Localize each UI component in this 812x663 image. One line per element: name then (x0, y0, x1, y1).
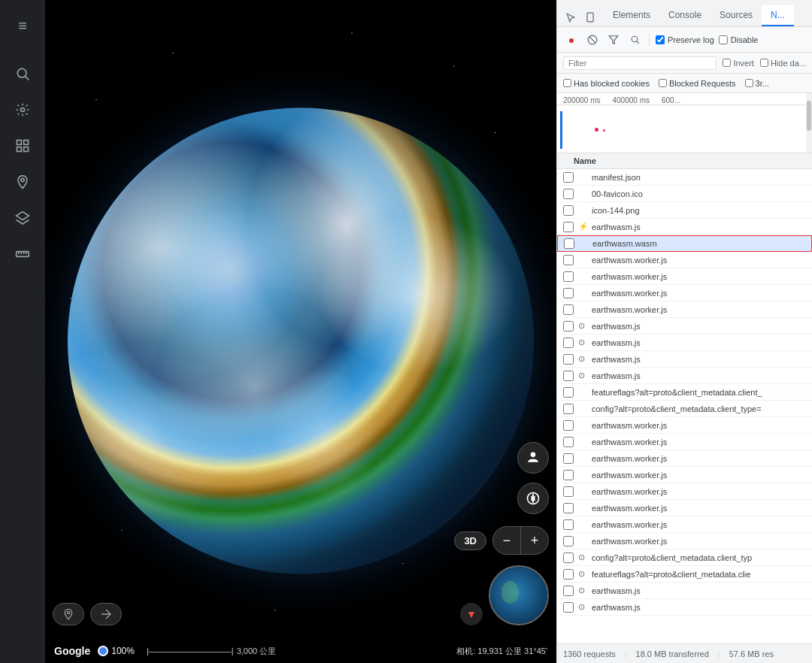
google-logo: Google (54, 645, 90, 657)
row-checkbox[interactable] (563, 222, 574, 232)
layers-icon[interactable] (8, 203, 38, 233)
row-checkbox[interactable] (563, 420, 574, 431)
disable-cache-checkbox[interactable] (719, 35, 728, 44)
zoom-in-button[interactable]: + (521, 527, 548, 554)
preserve-log-checkbox[interactable] (656, 35, 665, 44)
hide-data-checkbox[interactable] (760, 59, 768, 67)
row-file-name: featureflags?alt=proto&client_metadata.c… (592, 388, 806, 397)
network-row[interactable]: manifest.json (557, 169, 812, 186)
cursor-tool-icon[interactable] (562, 8, 580, 26)
network-row[interactable]: earthwasm.worker.js (557, 268, 812, 285)
row-checkbox[interactable] (563, 503, 574, 513)
network-row[interactable]: ⊙earthwasm.js (557, 368, 812, 384)
row-checkbox[interactable] (563, 271, 574, 282)
network-row[interactable]: earthwasm.worker.js (557, 285, 812, 301)
network-row[interactable]: ⚡earthwasm.js (557, 219, 812, 235)
compass-button[interactable] (517, 483, 549, 514)
row-checkbox[interactable] (563, 338, 574, 348)
network-row[interactable]: earthwasm.worker.js (557, 500, 812, 516)
network-row[interactable]: ⊙featureflags?alt=proto&client_metadata.… (557, 566, 812, 583)
devtools-tabs: Elements Console Sources N... (557, 0, 812, 27)
network-row[interactable]: earthwasm.worker.js (557, 417, 812, 434)
stop-button[interactable] (584, 32, 601, 48)
network-row[interactable]: earthwasm.worker.js (557, 516, 812, 533)
filter-input[interactable] (563, 56, 717, 70)
circle-icon: ⊙ (578, 586, 589, 596)
search-icon[interactable] (8, 59, 38, 89)
network-row[interactable]: earthwasm.worker.js (557, 467, 812, 483)
row-checkbox[interactable] (563, 437, 574, 447)
minimap[interactable] (489, 565, 549, 625)
row-checkbox[interactable] (563, 288, 574, 298)
location-pin-icon[interactable] (8, 167, 38, 197)
row-checkbox[interactable] (563, 536, 574, 546)
tab-console[interactable]: Console (659, 5, 710, 26)
network-row[interactable]: featureflags?alt=proto&client_metadata.c… (557, 384, 812, 401)
invert-checkbox[interactable] (723, 59, 731, 67)
tab-network[interactable]: N... (762, 5, 794, 26)
row-checkbox[interactable] (563, 321, 574, 332)
preserve-log-checkbox-label[interactable]: Preserve log (656, 35, 714, 44)
network-row[interactable]: earthwasm.worker.js (557, 301, 812, 318)
map-area[interactable]: 3D − + ▼ Google 100% |——— (45, 0, 556, 663)
row-checkbox[interactable] (563, 552, 574, 563)
blocked-requests-checkbox[interactable] (659, 79, 667, 87)
location-button[interactable] (53, 603, 84, 625)
ruler-icon[interactable] (8, 239, 38, 269)
disable-cache-label[interactable]: Disable (719, 35, 759, 44)
row-checkbox[interactable] (563, 304, 574, 315)
row-checkbox[interactable] (563, 453, 574, 464)
tab-sources[interactable]: Sources (710, 5, 762, 26)
nav-arrow[interactable]: ▼ (460, 603, 483, 625)
svg-point-0 (17, 68, 26, 77)
route-button[interactable] (90, 603, 122, 625)
row-checkbox[interactable] (563, 404, 574, 414)
blocked-requests-item: Blocked Requests (659, 79, 736, 88)
row-checkbox[interactable] (563, 586, 574, 596)
row-checkbox[interactable] (563, 387, 574, 398)
row-checkbox[interactable] (563, 371, 574, 381)
row-checkbox[interactable] (563, 486, 574, 497)
menu-icon[interactable]: ≡ (8, 11, 38, 41)
row-checkbox[interactable] (563, 205, 574, 216)
device-tool-icon[interactable] (581, 8, 599, 26)
network-row[interactable]: ⊙earthwasm.js (557, 599, 812, 616)
zoom-indicator: 100% (98, 646, 135, 656)
row-checkbox[interactable] (563, 354, 574, 365)
network-row[interactable]: ⊙earthwasm.js (557, 583, 812, 599)
row-checkbox[interactable] (563, 569, 574, 580)
record-button[interactable]: ● (563, 32, 580, 48)
network-row[interactable]: earthwasm.worker.js (557, 450, 812, 467)
filter-button[interactable] (605, 32, 622, 48)
row-checkbox[interactable] (563, 172, 574, 183)
bottom-left-controls (53, 603, 122, 625)
network-row[interactable]: icon-144.png (557, 202, 812, 219)
search-button[interactable] (626, 32, 643, 48)
network-row[interactable]: earthwasm.worker.js (557, 483, 812, 500)
settings-cog-icon[interactable] (8, 95, 38, 125)
network-row[interactable]: ⊙earthwasm.js (557, 351, 812, 368)
network-row[interactable]: ⊙config?alt=proto&client_metadata.client… (557, 549, 812, 566)
network-row[interactable]: 00-favicon.ico (557, 186, 812, 202)
row-checkbox[interactable] (563, 255, 574, 265)
has-blocked-cookies-checkbox[interactable] (563, 79, 571, 87)
row-checkbox[interactable] (563, 189, 574, 199)
third-party-checkbox[interactable] (745, 79, 753, 87)
network-row[interactable]: earthwasm.worker.js (557, 434, 812, 450)
network-row[interactable]: earthwasm.worker.js (557, 533, 812, 549)
network-row[interactable]: ⊙earthwasm.js (557, 335, 812, 351)
zoom-out-button[interactable]: − (493, 527, 520, 554)
row-checkbox[interactable] (563, 519, 574, 530)
3d-button[interactable]: 3D (454, 531, 486, 550)
network-row[interactable]: earthwasm.worker.js (557, 252, 812, 268)
grid-icon[interactable] (8, 131, 38, 161)
network-row[interactable]: ⊙earthwasm.js (557, 318, 812, 335)
network-row[interactable]: config?alt=proto&client_metadata.client_… (557, 401, 812, 417)
row-checkbox[interactable] (563, 470, 574, 480)
person-icon-button[interactable] (517, 442, 549, 474)
network-row[interactable]: earthwasm.wasm (557, 235, 812, 252)
row-checkbox[interactable] (563, 602, 574, 613)
row-checkbox[interactable] (564, 238, 574, 249)
network-list[interactable]: manifest.json00-favicon.icoicon-144.png⚡… (557, 169, 812, 643)
tab-elements[interactable]: Elements (604, 5, 659, 26)
